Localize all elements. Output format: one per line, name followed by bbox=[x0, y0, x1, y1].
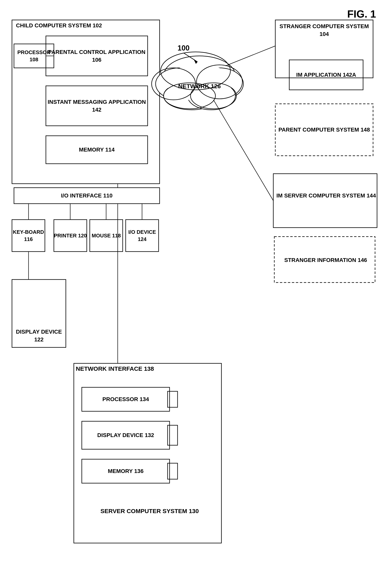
server-computer-system-label: SERVER COMPUTER SYSTEM 130 bbox=[76, 495, 223, 527]
svg-point-23 bbox=[164, 56, 235, 96]
svg-line-44 bbox=[225, 46, 275, 66]
svg-point-32 bbox=[196, 65, 242, 99]
arrow-label-100: 100 bbox=[177, 44, 190, 52]
child-computer-system-label: CHILD COMPUTER SYSTEM 102 bbox=[16, 22, 102, 29]
memory-114-box: MEMORY 114 bbox=[46, 136, 148, 164]
stranger-information-label: STRANGER INFORMATION 146 bbox=[276, 239, 375, 282]
svg-line-45 bbox=[183, 53, 197, 62]
im-application-box: IM APPLICATION 142A bbox=[289, 60, 363, 90]
display-device-132-box: DISPLAY DEVICE 132 bbox=[82, 421, 170, 449]
network-interface-label: NETWORK INTERFACE 138 bbox=[76, 365, 154, 372]
svg-line-43 bbox=[214, 100, 273, 201]
memory-136-box: MEMORY 136 bbox=[82, 459, 170, 483]
stranger-system-label: STRANGER COMPUTER SYSTEM 104 bbox=[277, 22, 371, 38]
display-device-122-box: DISPLAY DEVICE 122 bbox=[12, 280, 66, 348]
svg-marker-46 bbox=[194, 59, 197, 64]
figure-title: FIG. 1 bbox=[347, 8, 376, 20]
processor-134-box: PROCESSOR 134 bbox=[82, 387, 170, 411]
io-interface-box: I/O INTERFACE 110 bbox=[14, 188, 160, 204]
keyboard-box: KEY-BOARD 116 bbox=[12, 220, 45, 252]
instant-messaging-box: INSTANT MESSAGING APPLICATION 142 bbox=[46, 86, 148, 126]
printer-box: PRINTER 120 bbox=[54, 220, 87, 252]
parent-computer-system-label: PARENT COMPUTER SYSTEM 148 bbox=[277, 106, 371, 154]
network-126-label: NETWORK 126 bbox=[177, 83, 221, 90]
mouse-box: MOUSE 118 bbox=[90, 220, 123, 252]
im-server-computer-label: IM SERVER COMPUTER SYSTEM 144 bbox=[275, 176, 377, 216]
processor-108-box: PROCESSOR 108 bbox=[14, 44, 54, 68]
io-device-box: I/O DEVICE 124 bbox=[126, 220, 158, 252]
parental-control-box: PARENTAL CONTROL APPLICATION 106 bbox=[46, 36, 148, 76]
